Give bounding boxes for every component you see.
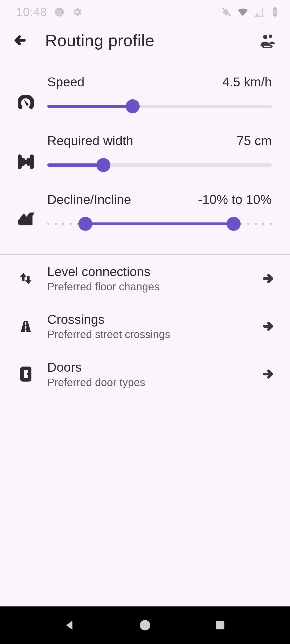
wifi-icon	[237, 7, 248, 17]
level-connections-sub: Preferred floor changes	[47, 281, 259, 293]
incline-icon	[16, 213, 35, 229]
gear-icon	[72, 7, 82, 17]
settings-content: Speed 4.5 km/h Required width 75 cm	[0, 56, 290, 398]
svg-point-13	[140, 620, 150, 631]
svg-rect-14	[216, 621, 224, 630]
doors-row[interactable]: Doors Preferred door types	[0, 350, 290, 398]
status-bar: 10:48	[0, 0, 290, 24]
chevron-right-icon	[259, 320, 277, 333]
width-value: 75 cm	[237, 133, 272, 148]
level-connections-row[interactable]: Level connections Preferred floor change…	[0, 255, 290, 302]
nav-recents-button[interactable]	[212, 617, 228, 633]
level-connections-title: Level connections	[47, 264, 259, 279]
chevron-right-icon	[259, 272, 277, 285]
incline-row: Decline/Incline -10% to 10%	[0, 185, 290, 243]
crossings-title: Crossings	[47, 312, 259, 327]
svg-point-0	[55, 8, 64, 16]
incline-slider[interactable]	[47, 212, 272, 236]
doors-title: Doors	[47, 360, 259, 375]
svg-point-12	[27, 373, 29, 375]
svg-point-1	[57, 10, 59, 12]
page-title: Routing profile	[45, 31, 255, 50]
crossings-sub: Preferred street crossings	[47, 328, 259, 341]
svg-point-6	[263, 35, 267, 39]
speed-label: Speed	[47, 75, 85, 89]
svg-point-2	[60, 10, 61, 12]
share-profile-button[interactable]	[255, 28, 279, 52]
mute-icon	[221, 7, 232, 17]
incline-value: -10% to 10%	[198, 192, 272, 207]
door-icon	[16, 367, 35, 382]
width-slider[interactable]	[47, 153, 272, 177]
speedometer-icon	[16, 95, 35, 111]
svg-rect-5	[274, 7, 276, 9]
svg-point-7	[269, 35, 272, 38]
status-time: 10:48	[16, 5, 47, 19]
chevron-right-icon	[259, 368, 277, 380]
incline-label: Decline/Incline	[47, 192, 131, 207]
speed-row: Speed 4.5 km/h	[0, 67, 290, 126]
road-icon	[16, 319, 35, 334]
doors-sub: Preferred door types	[47, 376, 259, 389]
nav-home-button[interactable]	[137, 617, 153, 633]
speed-value: 4.5 km/h	[222, 75, 272, 89]
signal-icon	[253, 7, 264, 17]
level-change-icon	[16, 271, 35, 286]
battery-charging-icon	[270, 7, 280, 17]
nav-back-button[interactable]	[62, 617, 78, 633]
crossings-row[interactable]: Crossings Preferred street crossings	[0, 302, 290, 350]
speed-slider[interactable]	[47, 94, 272, 118]
width-label: Required width	[47, 133, 133, 148]
back-button[interactable]	[8, 28, 32, 52]
width-icon	[16, 154, 35, 170]
app-bar: Routing profile	[0, 24, 290, 56]
system-nav-bar	[0, 606, 290, 644]
face-icon	[54, 7, 65, 17]
width-row: Required width 75 cm	[0, 126, 290, 185]
